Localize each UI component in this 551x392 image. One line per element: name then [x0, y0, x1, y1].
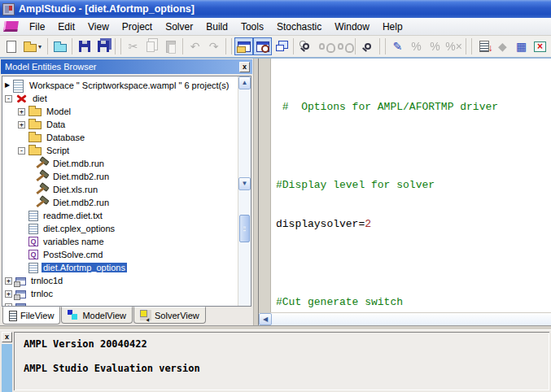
tree-item-partial[interactable]: +	[2, 300, 238, 306]
title-bar[interactable]: AmplStudio - [diet.Afortmp_options]	[0, 0, 551, 18]
tree-item-label: PostSolve.cmd	[42, 250, 104, 259]
console-line: AMPL Version 20040422	[24, 338, 549, 351]
tab-modelview[interactable]: ModelView	[61, 307, 133, 324]
project-active-icon	[15, 94, 28, 103]
code-line: # Options for AMPL/AFORTMP driver	[276, 101, 551, 114]
output-window-icon	[256, 41, 269, 52]
find-in-files-button[interactable]	[358, 37, 377, 55]
scroll-up-icon[interactable]: ▲	[238, 76, 251, 89]
tree-item-cplex-options[interactable]: diet.cplex_options	[2, 222, 238, 235]
find-next-icon	[319, 43, 325, 50]
menu-help[interactable]: Help	[376, 19, 409, 35]
panel-close-button[interactable]: x	[239, 62, 250, 72]
book-icon[interactable]	[3, 21, 19, 32]
tree-item-run-script[interactable]: Diet.xls.run	[2, 183, 238, 196]
code-editor[interactable]: # Options for AMPL/AFORTMP driver #Displ…	[258, 59, 551, 325]
expander-icon[interactable]: -	[5, 95, 12, 102]
menu-tools[interactable]: Tools	[234, 19, 270, 35]
open-file-button[interactable]: ▾	[20, 37, 45, 55]
menu-bar: File Edit View Project Solver Build Tool…	[0, 18, 551, 36]
query-icon: Q	[28, 250, 38, 259]
editor-horizontal-scrollbar[interactable]: ◀	[259, 312, 551, 325]
percent-icon: %	[411, 41, 421, 52]
tree-item-label: diet.cplex_options	[42, 224, 116, 233]
output-window-toggle-button[interactable]	[253, 37, 272, 55]
dropdown-caret-icon: ▾	[38, 43, 42, 50]
expander-icon[interactable]: +	[18, 108, 25, 115]
expander-icon[interactable]: +	[5, 277, 12, 285]
tree-scrollbar[interactable]: ▲ ▼	[238, 76, 251, 306]
copy-button	[142, 37, 161, 55]
tree-item-postsolve[interactable]: QPostSolve.cmd	[2, 248, 238, 261]
menu-stochastic[interactable]: Stochastic	[270, 19, 328, 35]
file-tree[interactable]: Workspace " Scriptworkspace.wampl " 6 pr…	[2, 76, 238, 306]
app-icon	[2, 3, 15, 15]
menu-project[interactable]: Project	[116, 19, 159, 35]
delete-entity-button[interactable]: ×	[531, 37, 549, 55]
model-browser-toggle-button[interactable]	[234, 37, 253, 55]
new-file-button[interactable]	[2, 37, 20, 55]
tree-item-data[interactable]: +Data	[2, 118, 238, 131]
expander-icon[interactable]: -	[18, 147, 25, 155]
compile-button[interactable]	[474, 37, 493, 55]
editor-body[interactable]: # Options for AMPL/AFORTMP driver #Displ…	[259, 59, 551, 312]
expander-icon[interactable]: +	[18, 121, 25, 128]
expander-icon[interactable]: +	[5, 290, 12, 298]
menu-build[interactable]: Build	[199, 19, 234, 35]
tree-item-label: readme.diet.txt	[42, 211, 104, 220]
editor-text[interactable]: # Options for AMPL/AFORTMP driver #Displ…	[271, 59, 551, 312]
solve-button[interactable]: ✎	[388, 37, 407, 55]
open-model-button[interactable]	[50, 37, 69, 55]
console-line	[24, 351, 549, 363]
solverview-icon	[140, 310, 151, 320]
hammer-icon	[36, 171, 48, 182]
tree-item-readme[interactable]: readme.diet.txt	[2, 209, 238, 222]
tree-item-run-script[interactable]: Diet.mdb2.run	[2, 170, 238, 183]
tree-item-trnloc1d[interactable]: +trnloc1d	[2, 274, 238, 287]
save-all-button[interactable]	[94, 37, 112, 55]
find-next-button	[315, 37, 334, 55]
scroll-left-icon[interactable]: ◀	[259, 313, 272, 325]
tree-item-diet[interactable]: -diet	[2, 92, 238, 105]
console-accent-strip	[2, 344, 12, 392]
find-previous-button	[334, 37, 352, 55]
editor-margin	[259, 59, 271, 312]
panel-header[interactable]: Model Entities Browser x	[1, 59, 252, 74]
expander-icon[interactable]: +	[5, 303, 12, 307]
tree-item-run-script[interactable]: Diet.mdb2.run	[2, 196, 238, 209]
folder-icon	[28, 134, 42, 142]
tab-solverview[interactable]: SolverView	[133, 307, 206, 324]
menu-edit[interactable]: Edit	[51, 19, 81, 35]
tree-item-trnloc[interactable]: +trnloc	[2, 287, 238, 300]
menu-window[interactable]: Window	[328, 19, 376, 35]
scroll-down-icon[interactable]: ▼	[238, 177, 251, 190]
paste-button	[161, 37, 180, 55]
tree-item-model[interactable]: +Model	[2, 105, 238, 118]
tab-fileview[interactable]: FileView	[2, 307, 60, 324]
menu-solver[interactable]: Solver	[159, 19, 199, 35]
project-icon	[15, 277, 26, 285]
folder-icon	[28, 121, 42, 129]
save-button[interactable]	[75, 37, 94, 55]
open-folder-icon	[24, 44, 37, 52]
schedule-button[interactable]: ▦	[512, 37, 531, 55]
code-line	[276, 140, 551, 153]
new-file-icon	[7, 41, 16, 53]
modelview-icon	[68, 310, 79, 320]
tree-item-database[interactable]: Database	[2, 131, 238, 144]
console-output[interactable]: AMPL Version 20040422 AMPL Studio Evalua…	[14, 332, 549, 390]
menu-file[interactable]: File	[23, 19, 51, 35]
tree-item-script[interactable]: -Script	[2, 144, 238, 157]
console-line: AMPL Studio Evaluation version	[24, 363, 549, 375]
cascade-windows-button[interactable]	[272, 37, 291, 55]
scrollbar-thumb[interactable]	[239, 215, 250, 242]
tree-item-run-script[interactable]: Diet.mdb.run	[2, 157, 238, 170]
console-sidebar: x	[0, 330, 14, 392]
tree-item-variables-name[interactable]: Qvariables name	[2, 235, 238, 248]
percent-icon: %	[430, 41, 439, 52]
tree-item-workspace[interactable]: Workspace " Scriptworkspace.wampl " 6 pr…	[2, 79, 238, 92]
console-close-button[interactable]: x	[2, 332, 12, 342]
tree-item-afortmp-options[interactable]: diet.Afortmp_options	[2, 261, 238, 274]
menu-view[interactable]: View	[81, 19, 116, 35]
find-button[interactable]	[296, 37, 315, 55]
